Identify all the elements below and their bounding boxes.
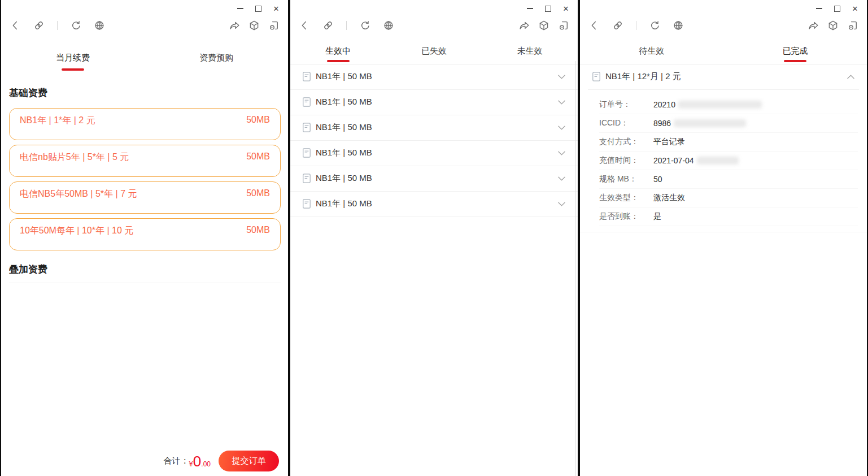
fee-card[interactable]: 电信NB5年50MB | 5*年 | 7 元 50MB [9, 181, 281, 214]
back-icon [588, 20, 600, 31]
toolbar-left-group [299, 20, 394, 31]
back-button[interactable] [588, 20, 600, 31]
window-renewal: ✕ 当月续费 资费预购 [0, 0, 289, 476]
list-item-label: NB1年 | 50 MB [316, 122, 372, 133]
tab-pending-effective[interactable]: 待生效 [580, 45, 723, 62]
maximize-button[interactable] [831, 4, 843, 13]
close-button[interactable]: ✕ [560, 4, 572, 13]
toolbar [290, 15, 578, 36]
document-icon [303, 148, 311, 158]
tab-current-month-renewal[interactable]: 当月续费 [1, 52, 145, 71]
scrollbar-track[interactable] [575, 61, 576, 476]
detail-value: 激活生效 [653, 193, 685, 203]
section-title-stack-fees: 叠加资费 [9, 263, 281, 276]
total-price: ¥ 0 .00 [189, 454, 211, 469]
list-item[interactable]: NB1年 | 50 MB [290, 166, 578, 192]
share-button[interactable] [808, 20, 819, 31]
account-button[interactable] [558, 20, 569, 31]
account-icon [847, 20, 858, 31]
detail-value: 8986 [653, 119, 746, 128]
checkout-bar: 合计： ¥ 0 .00 提交订单 [164, 451, 279, 471]
toolbar-left-group [588, 20, 684, 31]
active-tab-underline [784, 60, 806, 62]
tab-label: 当月续费 [56, 52, 90, 63]
close-button[interactable]: ✕ [270, 4, 282, 13]
chevron-down-icon [558, 176, 565, 181]
chevron-down-icon [558, 126, 565, 130]
detail-row: 充值时间： 2021-07-04 [599, 152, 858, 170]
package-button[interactable] [827, 20, 839, 31]
fee-card-list: NB1年 | 1*年 | 2 元 50MB 电信nb贴片5年 | 5*年 | 5… [9, 108, 281, 250]
document-icon [592, 72, 600, 81]
submit-order-button[interactable]: 提交订单 [219, 451, 279, 471]
order-item-header[interactable]: NB1年 | 12*月 | 2 元 [580, 64, 867, 89]
order-item-title: NB1年 | 12*月 | 2 元 [605, 71, 681, 82]
list-item[interactable]: NB1年 | 50 MB [290, 141, 578, 166]
titlebar: ✕ [290, 0, 578, 15]
fee-card-size: 50MB [246, 225, 270, 250]
document-icon [303, 174, 311, 183]
tab-label: 已完成 [783, 45, 808, 57]
fee-card-name: NB1年 | 1*年 | 2 元 [20, 115, 95, 140]
toolbar-divider [346, 21, 347, 30]
tab-expired[interactable]: 已失效 [386, 45, 482, 62]
toolbar-right-group [229, 20, 280, 31]
minimize-button[interactable] [813, 4, 825, 13]
detail-value: 20210 [653, 100, 762, 109]
list-item[interactable]: NB1年 | 50 MB [290, 90, 578, 115]
share-icon [518, 20, 530, 31]
minimize-button[interactable] [524, 4, 536, 13]
refresh-button[interactable] [70, 20, 81, 31]
account-icon [558, 20, 569, 31]
refresh-button[interactable] [649, 20, 660, 31]
back-button[interactable] [10, 20, 21, 31]
package-icon [538, 20, 549, 31]
link-button[interactable] [322, 20, 334, 31]
toolbar-divider [636, 21, 636, 30]
package-button[interactable] [248, 20, 260, 31]
fee-card-size: 50MB [246, 152, 270, 176]
account-button[interactable] [847, 20, 858, 31]
list-item[interactable]: NB1年 | 50 MB [290, 115, 578, 141]
maximize-button[interactable] [252, 4, 264, 13]
close-button[interactable]: ✕ [849, 4, 861, 13]
back-button[interactable] [299, 20, 310, 31]
link-button[interactable] [612, 20, 623, 31]
plan-list: NB1年 | 50 MB NB1年 | 50 MB NB1年 | 50 MB N… [290, 64, 578, 217]
minimize-button[interactable] [234, 4, 246, 13]
fee-card[interactable]: NB1年 | 1*年 | 2 元 50MB [9, 108, 281, 140]
account-icon [268, 20, 280, 31]
account-button[interactable] [268, 20, 280, 31]
maximize-button[interactable] [542, 4, 554, 13]
minimize-icon [237, 8, 243, 9]
globe-button[interactable] [94, 20, 105, 31]
list-item[interactable]: NB1年 | 50 MB [290, 192, 578, 217]
globe-icon [673, 20, 684, 31]
share-icon [808, 20, 819, 31]
detail-label: 生效类型： [599, 193, 653, 203]
titlebar: ✕ [1, 0, 288, 15]
fee-card[interactable]: 10年50M每年 | 10*年 | 10 元 50MB [9, 218, 281, 250]
list-item-label: NB1年 | 50 MB [316, 173, 372, 184]
tab-completed[interactable]: 已完成 [723, 45, 867, 62]
back-icon [299, 20, 310, 31]
active-tab-underline [327, 60, 350, 62]
tab-fee-prepurchase[interactable]: 资费预购 [145, 52, 288, 71]
tab-in-effect[interactable]: 生效中 [290, 45, 386, 62]
fee-card[interactable]: 电信nb贴片5年 | 5*年 | 5 元 50MB [9, 145, 281, 177]
share-button[interactable] [229, 20, 240, 31]
tab-label: 生效中 [325, 45, 351, 57]
link-button[interactable] [33, 20, 45, 31]
globe-button[interactable] [383, 20, 394, 31]
maximize-icon [834, 6, 840, 12]
refresh-button[interactable] [359, 20, 370, 31]
section-divider [9, 283, 281, 283]
list-item[interactable]: NB1年 | 50 MB [290, 64, 578, 90]
tab-not-effective[interactable]: 未生效 [482, 45, 578, 62]
package-button[interactable] [538, 20, 549, 31]
minimize-icon [816, 8, 822, 9]
share-button[interactable] [518, 20, 530, 31]
globe-button[interactable] [673, 20, 684, 31]
tab-label: 待生效 [639, 45, 665, 57]
fee-card-name: 电信NB5年50MB | 5*年 | 7 元 [20, 188, 137, 213]
